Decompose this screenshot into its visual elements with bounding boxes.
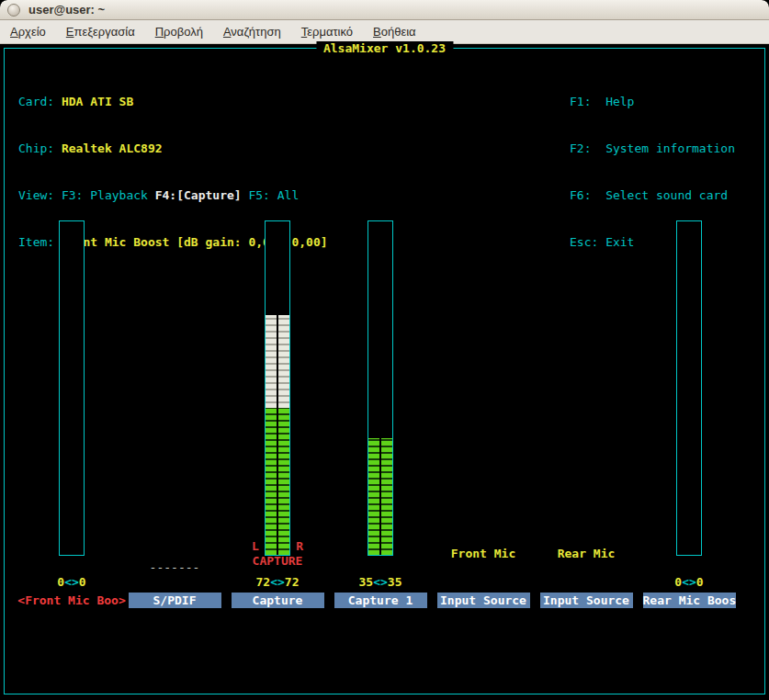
channel-input-source-1: Front Mic Input Source — [432, 220, 535, 610]
volume-bar[interactable] — [59, 220, 85, 556]
terminal-screen[interactable]: AlsaMixer v1.0.23 Card: HDA ATI SB Chip:… — [0, 44, 769, 700]
view-f3-playback: F3: Playback — [62, 188, 155, 202]
view-label: View: — [18, 188, 62, 202]
help-f1: F1:Help — [570, 94, 735, 109]
menu-search[interactable]: Αναζήτηση — [213, 20, 291, 43]
view-f4-capture-active: F4:[Capture] — [155, 188, 242, 202]
channel-name[interactable]: Input Source — [437, 593, 530, 608]
view-f5-all: F5: All — [242, 188, 300, 202]
channel-value: 72<>72 — [226, 575, 329, 589]
channel-name[interactable]: Rear Mic Boos — [643, 593, 736, 608]
alsamixer-title: AlsaMixer v1.0.23 — [316, 41, 453, 55]
input-source-value: Rear Mic — [535, 548, 638, 560]
window-titlebar[interactable]: user@user: ~ — [0, 0, 769, 20]
chip-line: Chip: Realtek ALC892 — [18, 141, 328, 156]
input-source-value: Front Mic — [432, 548, 535, 560]
channel-front-mic-boost: 0<>0 <Front Mic Boo> — [20, 220, 123, 610]
capture-flag: CAPTURE — [226, 555, 329, 568]
bar-channel-divider — [688, 221, 690, 555]
menu-file[interactable]: Αρχείο — [0, 20, 56, 43]
chip-label: Chip: — [18, 141, 62, 155]
mixer-channels: 0<>0 <Front Mic Boo> ------- S/PDIF LR C… — [20, 220, 741, 610]
capture-volume-bar[interactable] — [265, 220, 290, 556]
channel-rear-mic-boost: 0<>0 Rear Mic Boos — [638, 220, 741, 610]
channel-value: 0<>0 — [638, 575, 741, 589]
window-close-button[interactable] — [7, 4, 20, 17]
bar-channel-divider — [277, 221, 278, 555]
card-label: Card: — [18, 95, 62, 108]
channel-name[interactable]: Capture 1 — [334, 593, 427, 608]
chip-value: Realtek ALC892 — [62, 141, 163, 155]
bar-channel-divider — [379, 221, 381, 555]
channel-capture-1: 35<>35 Capture 1 — [329, 220, 432, 610]
menu-view[interactable]: Προβολή — [145, 20, 213, 43]
menu-help[interactable]: Βοήθεια — [363, 20, 426, 43]
channel-capture: LR CAPTURE 72<>72 Capture — [226, 220, 329, 610]
channel-name-selected[interactable]: <Front Mic Boo> — [17, 593, 125, 608]
terminal-window: user@user: ~ Αρχείο Επεξεργασία Προβολή … — [0, 0, 769, 700]
channel-value: 35<>35 — [329, 575, 432, 589]
bar-channel-divider — [71, 221, 73, 555]
window-title: user@user: ~ — [28, 3, 105, 17]
left-right-indicator: LR — [252, 540, 303, 553]
channel-name[interactable]: Input Source — [540, 593, 633, 608]
channel-name[interactable]: Capture — [232, 593, 324, 608]
no-volume-dashes: ------- — [123, 561, 226, 574]
view-line: View: F3: Playback F4:[Capture] F5: All — [18, 187, 328, 203]
card-line: Card: HDA ATI SB — [18, 94, 328, 109]
volume-bar[interactable] — [676, 220, 702, 556]
volume-bar[interactable] — [368, 220, 393, 556]
help-f2: F2:System information — [570, 141, 735, 156]
channel-input-source-2: Rear Mic Input Source — [535, 220, 638, 610]
channel-name[interactable]: S/PDIF — [129, 593, 221, 608]
menu-terminal[interactable]: Τερματικό — [291, 20, 363, 43]
channel-value: 0<>0 — [20, 575, 123, 589]
menu-edit[interactable]: Επεξεργασία — [56, 20, 145, 43]
help-f6: F6:Select sound card — [570, 187, 735, 203]
channel-spdif: ------- S/PDIF — [123, 220, 226, 610]
card-value: HDA ATI SB — [62, 95, 133, 108]
